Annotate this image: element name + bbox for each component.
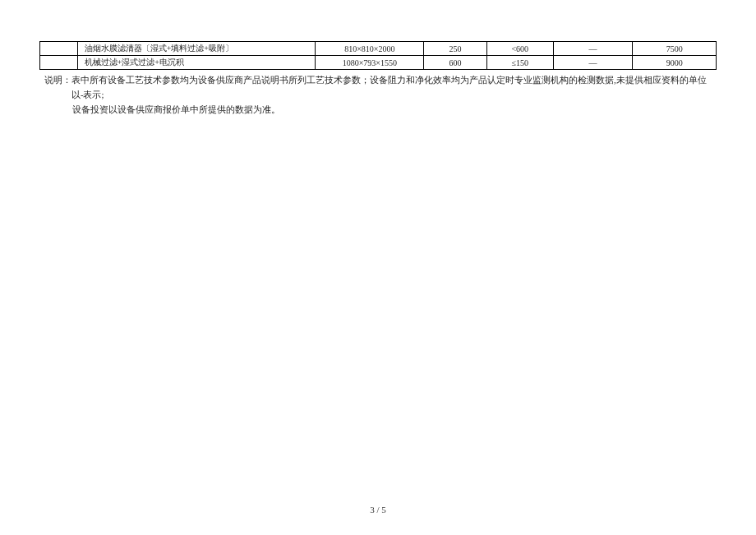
cell-val1: 600 [424,56,486,70]
cell-name: 机械过滤+湿式过滤+电沉积 [77,56,316,70]
cell-blank [40,42,78,56]
cell-val1: 250 [424,42,486,56]
cell-dimensions: 810×810×2000 [316,42,424,56]
cell-val4: 9000 [633,56,717,70]
spec-table: 油烟水膜滤清器〔湿式+填料过滤+吸附〕 810×810×2000 250 <60… [39,41,717,70]
note-block: 说明： 表中所有设备工艺技术参数均为设备供应商产品说明书所列工艺技术参数；设备阻… [39,73,717,118]
cell-val4: 7500 [633,42,717,56]
cell-val3: — [553,42,633,56]
note-line-1: 说明： 表中所有设备工艺技术参数均为设备供应商产品说明书所列工艺技术参数；设备阻… [44,73,717,103]
cell-val2: <600 [486,42,553,56]
table-row: 油烟水膜滤清器〔湿式+填料过滤+吸附〕 810×810×2000 250 <60… [40,42,717,56]
table-row: 机械过滤+湿式过滤+电沉积 1080×793×1550 600 ≤150 — 9… [40,56,717,70]
cell-blank [40,56,78,70]
cell-name: 油烟水膜滤清器〔湿式+填料过滤+吸附〕 [77,42,316,56]
page-number: 3 / 5 [0,505,756,514]
page-content: 油烟水膜滤清器〔湿式+填料过滤+吸附〕 810×810×2000 250 <60… [0,0,756,118]
note-label: 说明： [44,73,71,103]
note-line-2: 设备投资以设备供应商报价单中所提供的数据为准。 [44,103,717,118]
note-text-1: 表中所有设备工艺技术参数均为设备供应商产品说明书所列工艺技术参数；设备阻力和净化… [71,73,717,103]
cell-dimensions: 1080×793×1550 [316,56,424,70]
cell-val3: — [553,56,633,70]
cell-val2: ≤150 [486,56,553,70]
